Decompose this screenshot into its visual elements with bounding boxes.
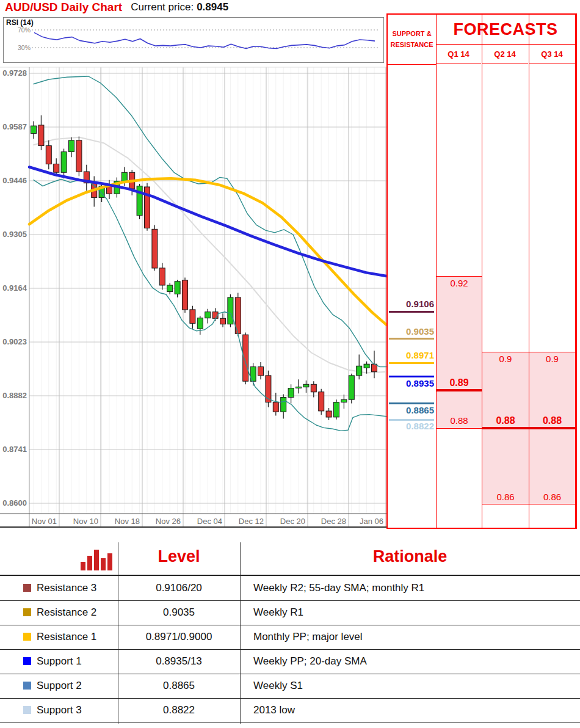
x-axis-tick: Dec 04 [197,517,222,526]
level-value: 0.8971/0.9000 [118,631,240,643]
titlebar: AUD/USD Daily Chart Current price:0.8945 [5,0,228,15]
candle-body [296,387,302,388]
candle-body [281,398,286,412]
current-price-value: 0.8945 [197,1,228,13]
y-axis-tick: 0.9587 [2,122,27,131]
forecast-quarter-q1: Q1 14 [436,44,481,64]
table-divider [0,625,580,625]
current-price: Current price:0.8945 [131,1,228,13]
forecast-low-label: 0.86 [529,492,575,502]
support-resistance-header: SUPPORT & RESISTANCE [388,15,437,65]
support-2-label: 0.8865 [388,405,434,415]
candle-body [311,384,316,392]
level-name: Support 3 [37,704,82,716]
resistance-1-label: 0.8971 [388,350,434,360]
candle-body [326,411,332,417]
x-axis-tick: Nov 01 [32,517,57,526]
forecast-line [437,389,482,391]
y-axis-tick: 0.9164 [2,283,27,293]
candle-body [69,140,74,152]
level-name: Support 2 [37,680,82,692]
y-axis-tick: 0.8882 [2,391,27,400]
candle-body [167,285,173,292]
candle-body [220,318,226,324]
candle-body [303,384,309,387]
candle-body [121,172,127,181]
level-value: 0.8935/13 [118,655,240,668]
forecast-low-label: 0.88 [437,415,482,426]
level-value: 0.8865 [118,680,240,692]
x-axis-tick: Dec 28 [321,517,346,526]
forecast-line [529,427,575,429]
rsi-panel: RSI (14) 70%30% [3,17,384,63]
forecast-low-label: 0.86 [482,492,529,502]
support-1-label: 0.8935 [388,378,434,388]
x-axis-tick: Nov 26 [156,517,181,526]
candle-body [258,367,264,376]
table-divider [0,674,580,674]
candle-body [152,229,158,268]
legend-swatch [23,657,31,665]
level-value: 0.9035 [118,606,240,619]
table-divider [0,723,580,723]
candle-body [334,402,339,417]
bar-chart-icon [81,548,115,570]
x-axis-tick: Jan 06 [360,517,383,526]
support-3-label: 0.8822 [388,421,434,431]
candle-body [205,312,211,318]
y-axis-tick: 0.9305 [2,230,27,239]
panel-divider [436,15,437,528]
legend-swatch [23,584,31,592]
level-name: Support 1 [37,655,82,668]
legend-swatch [23,608,31,616]
forecast-quarter-q2: Q2 14 [482,44,528,64]
level-rationale: Weekly S1 [253,680,303,692]
candle-body [190,310,195,324]
resistance-1-line [389,362,434,364]
page-title: AUD/USD Daily Chart [5,1,122,14]
forecast-value-label: 0.88 [482,415,529,426]
candle-body [159,268,165,285]
candle-body [175,282,180,294]
level-rationale: Weekly PP; 20-day SMA [253,655,367,668]
forecast-high-label: 0.92 [437,278,482,288]
rsi-line [34,32,375,48]
levels-table: Level Rationale Resistance 30.9106/20Wee… [0,542,580,724]
forecast-value-label: 0.88 [529,415,575,426]
candle-body [357,366,362,376]
forecast-quarter-q3: Q3 14 [529,44,575,64]
forecast-line [482,427,529,429]
level-rationale: Weekly R2; 55-day SMA; monthly R1 [253,582,424,594]
table-divider [0,698,580,699]
level-name: Resistance 1 [37,631,96,643]
candle-body [197,318,203,329]
candle-body [364,364,369,368]
y-axis-tick: 0.9728 [2,68,27,78]
table-divider [0,600,580,601]
x-axis-tick: Nov 18 [115,517,140,526]
support-resistance-forecasts-panel: SUPPORT & RESISTANCE FORECASTS Q1 14 Q2 … [386,13,577,529]
candle-body [183,280,188,310]
x-axis-tick: Nov 10 [73,517,98,526]
rsi-lower-label: 30% [18,44,31,51]
candle-body [319,392,324,411]
y-axis-tick: 0.9446 [2,176,27,185]
table-divider [0,649,580,650]
candlestick-chart: 0.97280.95870.94460.93050.91640.90230.88… [0,64,386,530]
resistance-2-line [389,338,434,340]
table-divider [0,575,580,576]
forecast-high-label: 0.9 [482,354,529,364]
candle-body [341,399,347,402]
x-axis-tick: Dec 12 [239,517,264,526]
candle-body [266,376,271,402]
level-rationale: 2013 low [253,704,295,716]
forecast-value-label: 0.89 [437,377,482,388]
resistance-3-line [389,311,434,313]
forecast-range-q114 [437,276,482,429]
candle-body [288,388,294,398]
level-value: 0.8822 [118,704,240,716]
legend-swatch [23,706,31,714]
level-value: 0.9106/20 [118,582,240,594]
candle-body [349,376,354,399]
level-name: Resistance 2 [37,606,96,619]
